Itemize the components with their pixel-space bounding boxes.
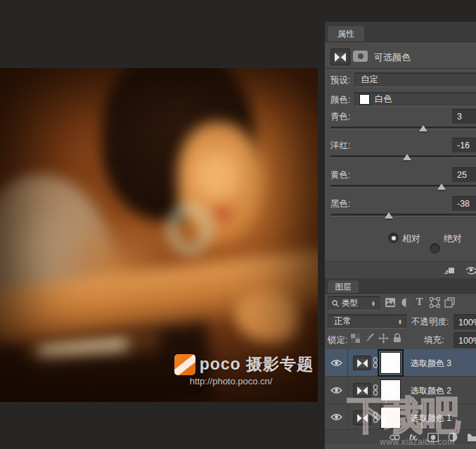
fill-value: 100%	[458, 336, 476, 346]
poco-watermark-title: poco 摄影专题	[200, 353, 314, 375]
preset-dropdown[interactable]: 自定	[354, 72, 476, 87]
magenta-value-field[interactable]: -16	[452, 138, 476, 152]
color-dropdown[interactable]: 白色	[354, 92, 476, 107]
cyan-slider-track[interactable]	[330, 126, 476, 129]
search-icon	[332, 300, 339, 307]
filter-smart-objects-icon[interactable]	[444, 297, 455, 308]
layer-row-selective-color-1[interactable]: 选取颜色 1	[325, 404, 476, 430]
new-adjustment-layer-icon[interactable]	[448, 432, 458, 442]
layer-name[interactable]: 选取颜色 1	[411, 412, 451, 424]
mask-link-icon[interactable]	[373, 357, 378, 368]
tab-layers[interactable]: 图层	[328, 280, 359, 293]
yellow-value-field[interactable]: 25	[452, 167, 476, 182]
yellow-value: 25	[457, 170, 467, 180]
cyan-value-field[interactable]: 3	[452, 109, 476, 124]
yellow-slider-track[interactable]	[330, 185, 476, 188]
adjustment-title: 可选颜色	[374, 51, 411, 64]
layer-row-selective-color-3[interactable]: 选取颜色 3	[325, 349, 476, 377]
opacity-value: 100%	[458, 318, 476, 327]
properties-tabbar: 属性	[325, 22, 476, 42]
filter-shape-layers-icon[interactable]	[430, 297, 440, 308]
visibility-toggle[interactable]	[325, 404, 348, 429]
layers-panel: 图层 类型 ▲▼ T 正常 ▲▼ 不透明度:	[325, 278, 476, 449]
lock-transparency-icon[interactable]	[351, 334, 360, 343]
view-previous-state-eye-icon[interactable]	[465, 266, 476, 275]
selective-color-layer-icon[interactable]	[353, 383, 371, 398]
layer-filter-kind-dropdown[interactable]: 类型 ▲▼	[328, 296, 380, 311]
cyan-slider[interactable]	[330, 126, 476, 135]
filter-adjustment-layers-icon[interactable]	[401, 297, 411, 308]
absolute-radio[interactable]	[430, 243, 440, 254]
blend-mode-value: 正常	[334, 315, 352, 327]
tab-layers-label: 图层	[335, 282, 352, 292]
filter-kind-value: 类型	[342, 298, 358, 308]
selective-color-layer-icon[interactable]	[353, 410, 371, 425]
yellow-label: 黄色:	[330, 169, 350, 181]
tab-properties[interactable]: 属性	[328, 26, 364, 41]
color-value: 白色	[375, 93, 392, 105]
preset-label: 预设:	[330, 74, 350, 86]
lock-pixels-brush-icon[interactable]	[364, 333, 375, 344]
selective-color-adjustment-icon	[330, 48, 350, 65]
filter-type-layers-icon[interactable]: T	[416, 297, 423, 308]
magenta-slider-thumb[interactable]	[403, 154, 411, 160]
poco-logo-icon	[174, 354, 195, 375]
header-divider	[325, 68, 476, 70]
cyan-label: 青色:	[330, 111, 350, 123]
blend-mode-dropdown[interactable]: 正常 ▲▼	[328, 314, 406, 329]
black-slider-track[interactable]	[330, 214, 476, 216]
mask-link-icon[interactable]	[373, 412, 378, 423]
lock-label: 锁定:	[328, 334, 347, 346]
photoshop-workspace: poco 摄影专题 http://photo.poco.cn/ 属性 可选颜色	[0, 0, 476, 449]
layer-row-selective-color-2[interactable]: 选取颜色 2	[325, 377, 476, 404]
visibility-toggle[interactable]	[325, 349, 348, 376]
poco-watermark: poco 摄影专题 http://photo.poco.cn/	[174, 353, 314, 386]
dropdown-arrows-icon: ▲▼	[371, 301, 375, 306]
add-layer-mask-icon[interactable]	[427, 433, 439, 442]
tab-properties-label: 属性	[337, 28, 354, 40]
black-value-field[interactable]: -38	[452, 196, 476, 211]
selective-color-layer-icon[interactable]	[353, 356, 371, 370]
opacity-field[interactable]: 100%	[454, 314, 476, 330]
black-label: 黑色:	[330, 198, 350, 210]
layer-mask-thumbnail[interactable]	[380, 407, 401, 429]
eye-icon	[330, 413, 342, 421]
fill-field[interactable]: 100%	[454, 332, 476, 348]
visibility-toggle[interactable]	[325, 377, 348, 403]
layer-mask-thumbnail[interactable]	[380, 352, 401, 374]
layers-tabbar: 图层	[325, 278, 476, 294]
magenta-slider[interactable]	[330, 155, 476, 164]
poco-watermark-url: http://photo.poco.cn/	[190, 376, 314, 386]
fill-label: 填充:	[424, 334, 444, 346]
properties-panel: 属性 可选颜色 预设: 自定 颜色: 白色 青	[325, 22, 476, 278]
yellow-slider[interactable]	[330, 185, 476, 193]
layer-style-fx-icon[interactable]: fx.	[409, 433, 418, 441]
absolute-radio-label: 绝对	[444, 233, 462, 245]
layer-mask-icon[interactable]	[353, 51, 368, 62]
lock-all-padlock-icon[interactable]	[393, 333, 401, 343]
document-canvas-photo[interactable]: poco 摄影专题 http://photo.poco.cn/	[0, 68, 318, 402]
opacity-label: 不透明度:	[411, 316, 449, 328]
new-group-folder-icon[interactable]	[467, 433, 476, 442]
yellow-slider-thumb[interactable]	[437, 183, 446, 190]
cyan-value: 3	[457, 112, 462, 122]
magenta-label: 洋红:	[330, 140, 350, 152]
cyan-slider-thumb[interactable]	[419, 125, 427, 131]
color-label: 颜色:	[330, 94, 350, 106]
layer-mask-thumbnail[interactable]	[380, 379, 401, 401]
magenta-value: -16	[457, 141, 470, 150]
filter-pixel-layers-icon[interactable]	[385, 297, 396, 308]
link-layers-icon[interactable]	[390, 434, 400, 441]
black-slider-thumb[interactable]	[385, 212, 393, 219]
layer-name[interactable]: 选取颜色 2	[411, 385, 451, 397]
black-slider[interactable]	[330, 214, 476, 222]
lock-position-move-icon[interactable]	[378, 333, 389, 344]
relative-radio[interactable]	[388, 233, 399, 243]
mask-link-icon[interactable]	[373, 384, 378, 396]
eye-icon	[330, 359, 342, 367]
clip-to-layer-icon[interactable]	[444, 266, 455, 275]
layer-name[interactable]: 选取颜色 3	[411, 358, 451, 370]
eye-icon	[330, 386, 342, 394]
black-value: -38	[457, 199, 470, 209]
color-swatch-white	[359, 94, 370, 105]
